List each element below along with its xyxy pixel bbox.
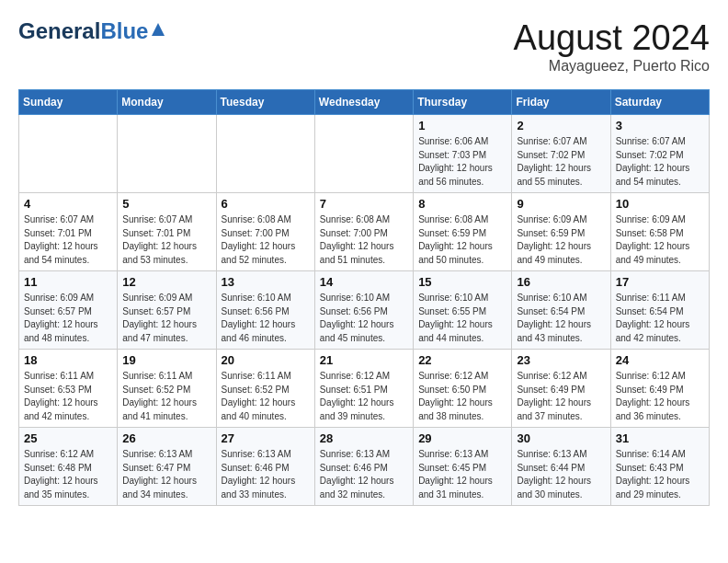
calendar-cell: 17Sunrise: 6:11 AM Sunset: 6:54 PM Dayli… [610,271,709,350]
header: General Blue August 2024 Mayagueez, Puer… [18,18,710,75]
calendar-cell: 12Sunrise: 6:09 AM Sunset: 6:57 PM Dayli… [118,271,216,350]
day-number: 9 [517,197,605,211]
day-info: Sunrise: 6:06 AM Sunset: 7:03 PM Dayligh… [418,135,506,189]
day-number: 15 [418,275,506,289]
day-number: 25 [24,431,112,445]
location-title: Mayagueez, Puerto Rico [514,58,710,75]
calendar-cell [118,115,216,193]
day-info: Sunrise: 6:07 AM Sunset: 7:01 PM Dayligh… [122,213,210,267]
day-info: Sunrise: 6:09 AM Sunset: 6:58 PM Dayligh… [616,213,704,267]
calendar-cell: 6Sunrise: 6:08 AM Sunset: 7:00 PM Daylig… [216,193,314,271]
week-row-2: 4Sunrise: 6:07 AM Sunset: 7:01 PM Daylig… [19,193,710,271]
day-header-wednesday: Wednesday [314,90,413,115]
day-number: 27 [222,431,310,445]
calendar-cell: 28Sunrise: 6:13 AM Sunset: 6:46 PM Dayli… [314,428,413,506]
day-header-sunday: Sunday [19,90,118,115]
calendar-cell: 13Sunrise: 6:10 AM Sunset: 6:56 PM Dayli… [216,271,314,350]
calendar-table: SundayMondayTuesdayWednesdayThursdayFrid… [18,89,710,506]
day-number: 30 [517,431,605,445]
calendar-cell: 20Sunrise: 6:11 AM Sunset: 6:52 PM Dayli… [216,350,314,428]
title-area: August 2024 Mayagueez, Puerto Rico [514,18,710,75]
day-number: 29 [418,431,506,445]
day-info: Sunrise: 6:07 AM Sunset: 7:01 PM Dayligh… [24,213,112,267]
day-info: Sunrise: 6:10 AM Sunset: 6:55 PM Dayligh… [418,292,506,345]
days-header-row: SundayMondayTuesdayWednesdayThursdayFrid… [19,90,710,115]
day-number: 31 [616,431,704,445]
logo-blue: Blue [100,18,148,44]
calendar-cell: 5Sunrise: 6:07 AM Sunset: 7:01 PM Daylig… [118,193,216,271]
day-number: 26 [122,431,210,445]
calendar-cell: 1Sunrise: 6:06 AM Sunset: 7:03 PM Daylig… [414,115,512,193]
day-info: Sunrise: 6:12 AM Sunset: 6:49 PM Dayligh… [517,370,605,423]
day-info: Sunrise: 6:12 AM Sunset: 6:48 PM Dayligh… [24,448,112,501]
day-info: Sunrise: 6:11 AM Sunset: 6:53 PM Dayligh… [24,370,112,423]
logo: General Blue [18,18,166,44]
calendar-cell: 7Sunrise: 6:08 AM Sunset: 7:00 PM Daylig… [314,193,413,271]
day-number: 6 [222,197,310,211]
day-info: Sunrise: 6:08 AM Sunset: 6:59 PM Dayligh… [418,213,506,267]
day-number: 21 [320,353,408,367]
day-info: Sunrise: 6:13 AM Sunset: 6:45 PM Dayligh… [418,448,506,501]
calendar-cell: 23Sunrise: 6:12 AM Sunset: 6:49 PM Dayli… [512,350,610,428]
day-header-tuesday: Tuesday [216,90,314,115]
day-number: 10 [616,197,704,211]
day-number: 14 [320,275,408,289]
day-number: 23 [517,353,605,367]
calendar-cell: 2Sunrise: 6:07 AM Sunset: 7:02 PM Daylig… [512,115,610,193]
day-number: 5 [122,197,210,211]
svg-marker-0 [152,23,165,36]
day-number: 13 [222,275,310,289]
calendar-cell: 26Sunrise: 6:13 AM Sunset: 6:47 PM Dayli… [118,428,216,506]
day-info: Sunrise: 6:10 AM Sunset: 6:56 PM Dayligh… [320,292,408,345]
day-info: Sunrise: 6:14 AM Sunset: 6:43 PM Dayligh… [616,448,704,501]
day-number: 4 [24,197,112,211]
day-info: Sunrise: 6:12 AM Sunset: 6:51 PM Dayligh… [320,370,408,423]
calendar-cell: 14Sunrise: 6:10 AM Sunset: 6:56 PM Dayli… [314,271,413,350]
day-info: Sunrise: 6:10 AM Sunset: 6:54 PM Dayligh… [517,292,605,345]
calendar-cell: 18Sunrise: 6:11 AM Sunset: 6:53 PM Dayli… [19,350,118,428]
day-number: 20 [222,353,310,367]
day-number: 24 [616,353,704,367]
day-number: 7 [320,197,408,211]
calendar-cell: 29Sunrise: 6:13 AM Sunset: 6:45 PM Dayli… [414,428,512,506]
week-row-1: 1Sunrise: 6:06 AM Sunset: 7:03 PM Daylig… [19,115,710,193]
day-info: Sunrise: 6:09 AM Sunset: 6:57 PM Dayligh… [122,292,210,345]
calendar-cell: 10Sunrise: 6:09 AM Sunset: 6:58 PM Dayli… [610,193,709,271]
day-header-friday: Friday [512,90,610,115]
day-info: Sunrise: 6:13 AM Sunset: 6:46 PM Dayligh… [320,448,408,501]
logo-arrow-icon [150,21,166,41]
day-number: 11 [24,275,112,289]
day-info: Sunrise: 6:12 AM Sunset: 6:49 PM Dayligh… [616,370,704,423]
day-info: Sunrise: 6:11 AM Sunset: 6:52 PM Dayligh… [122,370,210,423]
day-header-thursday: Thursday [414,90,512,115]
calendar-cell: 4Sunrise: 6:07 AM Sunset: 7:01 PM Daylig… [19,193,118,271]
day-number: 16 [517,275,605,289]
week-row-5: 25Sunrise: 6:12 AM Sunset: 6:48 PM Dayli… [19,428,710,506]
month-title: August 2024 [514,18,710,58]
calendar-cell: 16Sunrise: 6:10 AM Sunset: 6:54 PM Dayli… [512,271,610,350]
calendar-cell: 19Sunrise: 6:11 AM Sunset: 6:52 PM Dayli… [118,350,216,428]
day-info: Sunrise: 6:08 AM Sunset: 7:00 PM Dayligh… [222,213,310,267]
calendar-cell: 11Sunrise: 6:09 AM Sunset: 6:57 PM Dayli… [19,271,118,350]
calendar-cell: 15Sunrise: 6:10 AM Sunset: 6:55 PM Dayli… [414,271,512,350]
day-info: Sunrise: 6:11 AM Sunset: 6:52 PM Dayligh… [222,370,310,423]
week-row-3: 11Sunrise: 6:09 AM Sunset: 6:57 PM Dayli… [19,271,710,350]
day-info: Sunrise: 6:13 AM Sunset: 6:46 PM Dayligh… [222,448,310,501]
calendar-cell: 31Sunrise: 6:14 AM Sunset: 6:43 PM Dayli… [610,428,709,506]
calendar-cell: 3Sunrise: 6:07 AM Sunset: 7:02 PM Daylig… [610,115,709,193]
calendar-cell: 9Sunrise: 6:09 AM Sunset: 6:59 PM Daylig… [512,193,610,271]
day-number: 1 [418,119,506,132]
day-number: 2 [517,119,605,132]
day-info: Sunrise: 6:09 AM Sunset: 6:59 PM Dayligh… [517,213,605,267]
day-number: 8 [418,197,506,211]
calendar-cell [19,115,118,193]
day-number: 28 [320,431,408,445]
calendar-cell: 8Sunrise: 6:08 AM Sunset: 6:59 PM Daylig… [414,193,512,271]
day-number: 17 [616,275,704,289]
day-info: Sunrise: 6:13 AM Sunset: 6:47 PM Dayligh… [122,448,210,501]
logo-general: General [18,18,100,44]
day-header-monday: Monday [118,90,216,115]
day-info: Sunrise: 6:07 AM Sunset: 7:02 PM Dayligh… [517,135,605,189]
day-header-saturday: Saturday [610,90,709,115]
day-info: Sunrise: 6:11 AM Sunset: 6:54 PM Dayligh… [616,292,704,345]
